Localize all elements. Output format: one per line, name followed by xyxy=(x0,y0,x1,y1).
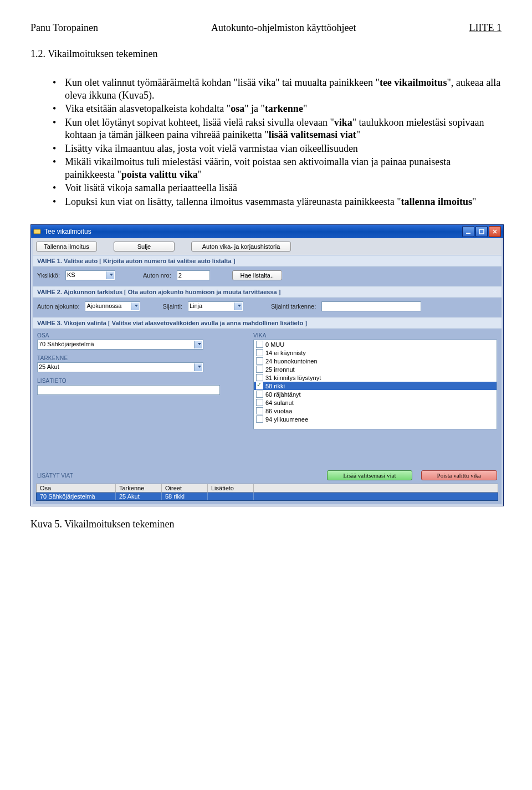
close-button[interactable] xyxy=(489,226,501,237)
checkbox-icon[interactable] xyxy=(256,341,263,348)
vika-list-item[interactable]: 58 rikki xyxy=(254,382,497,390)
vika-list-item[interactable]: 64 sulanut xyxy=(254,398,497,407)
checkbox-icon[interactable] xyxy=(256,407,263,414)
chevron-down-icon xyxy=(135,305,138,307)
svg-rect-1 xyxy=(466,233,470,234)
vika-list-item[interactable]: 86 vuotaa xyxy=(254,407,497,415)
tarkenne-head: TARKENNE xyxy=(37,355,220,361)
checkbox-icon[interactable] xyxy=(256,391,263,398)
window-title: Tee vikailmoitus xyxy=(44,228,91,235)
sijainti-tarkenne-label: Sijainti tarkenne: xyxy=(271,303,316,310)
page-header: Panu Toropainen Autokunto-ohjelmiston kä… xyxy=(30,22,502,34)
grid-row[interactable]: 70 Sähköjärjestelmä 25 Akut 58 rikki xyxy=(36,493,498,501)
hae-listalta-button[interactable]: Hae listalta.. xyxy=(232,270,282,280)
stage3-body: OSA 70 Sähköjärjestelmä TARKENNE 25 Akut… xyxy=(33,329,502,429)
save-button[interactable]: Tallenna ilmoitus xyxy=(36,242,97,252)
footer-buttons: LISÄTYT VIAT Lisää valitsemasi viat Pois… xyxy=(33,468,502,483)
ajokunto-label: Auton ajokunto: xyxy=(37,303,79,310)
vika-list-item[interactable]: 0 MUU xyxy=(254,340,497,348)
header-center: Autokunto-ohjelmiston käyttöohjeet xyxy=(211,22,356,34)
titlebar[interactable]: Tee vikailmoitus xyxy=(31,225,503,238)
grid-header: Osa Tarkenne Oireet Lisätieto xyxy=(36,484,498,493)
vika-item-label: 24 huonokuntoinen xyxy=(265,358,318,365)
sijainti-label: Sijainti: xyxy=(162,303,182,310)
chevron-down-icon xyxy=(110,274,113,276)
cell-tarkenne: 25 Akut xyxy=(116,493,162,500)
vika-item-label: 0 MUU xyxy=(265,341,284,348)
vika-listbox[interactable]: 0 MUU14 ei käynnisty24 huonokuntoinen25 … xyxy=(253,340,497,429)
history-button[interactable]: Auton vika- ja korjaushistoria xyxy=(191,242,291,252)
vika-item-label: 31 kiinnitys löystynyt xyxy=(265,375,321,381)
lisatyt-viat-label: LISÄTYT VIAT xyxy=(37,473,73,479)
col-oireet[interactable]: Oireet xyxy=(162,484,208,492)
ajokunto-select[interactable]: Ajokunnossa xyxy=(85,301,140,311)
cell-lisatieto xyxy=(208,493,254,500)
svg-rect-0 xyxy=(34,229,40,234)
vika-list-item[interactable]: 25 irronnut xyxy=(254,365,497,373)
vika-item-label: 14 ei käynnisty xyxy=(265,350,306,356)
bullet-7: Lopuksi kun viat on lisätty, tallenna il… xyxy=(53,196,502,208)
bullet-4: Lisätty vika ilmaantuu alas, josta voit … xyxy=(53,142,502,155)
chevron-down-icon xyxy=(238,305,241,307)
chevron-down-icon xyxy=(198,366,201,368)
vika-list-item[interactable]: 14 ei käynnisty xyxy=(254,348,497,357)
sijainti-select[interactable]: Linja xyxy=(188,301,243,311)
checkbox-icon[interactable] xyxy=(256,349,263,356)
auton-nro-label: Auton nro: xyxy=(143,272,171,279)
chevron-down-icon xyxy=(198,343,201,345)
app-icon xyxy=(33,228,41,235)
bullet-5: Mikäli vikailmoitus tuli mielestäsi väär… xyxy=(53,156,502,181)
added-faults-grid: Osa Tarkenne Oireet Lisätieto 70 Sähköjä… xyxy=(36,484,498,501)
col-lisatieto[interactable]: Lisätieto xyxy=(208,484,254,492)
osa-select[interactable]: 70 Sähköjärjestelmä xyxy=(37,340,203,350)
toolbar: Tallenna ilmoitus Sulje Auton vika- ja k… xyxy=(33,238,502,255)
vika-item-label: 25 irronnut xyxy=(265,366,295,373)
checkbox-icon[interactable] xyxy=(256,366,263,373)
app-window: Tee vikailmoitus Tallenna ilmoitus Sulje… xyxy=(30,224,504,506)
tarkenne-select[interactable]: 25 Akut xyxy=(37,362,203,372)
vika-item-label: 64 sulanut xyxy=(265,399,294,406)
yksikko-select[interactable]: KS xyxy=(65,270,115,280)
maximize-button[interactable] xyxy=(475,226,488,237)
lisatieto-input[interactable] xyxy=(37,385,220,395)
bullet-3: Kun olet löytänyt sopivat kohteet, lisää… xyxy=(53,116,502,141)
vika-list-item[interactable]: 60 räjähtänyt xyxy=(254,390,497,398)
col-osa[interactable]: Osa xyxy=(37,484,116,492)
checkbox-icon[interactable] xyxy=(256,415,263,423)
vika-list-item[interactable]: 94 ylikuumenee xyxy=(254,415,497,423)
vika-item-label: 86 vuotaa xyxy=(265,408,292,414)
vika-head: VIKA xyxy=(253,332,497,338)
vika-list-item[interactable]: 31 kiinnitys löystynyt xyxy=(254,373,497,382)
add-fault-button[interactable]: Lisää valitsemasi viat xyxy=(327,470,412,480)
stage1-body: Yksikkö: KS Auton nro: Hae listalta.. xyxy=(33,267,502,286)
vika-item-label: 60 räjähtänyt xyxy=(265,391,301,398)
stage3-header: VAIHE 3. Vikojen valinta [ Valitse viat … xyxy=(33,317,502,329)
sijainti-tarkenne-input[interactable] xyxy=(321,301,421,311)
svg-rect-2 xyxy=(479,229,484,234)
instruction-list: Kun olet valinnut työmääräimeltä kohdan … xyxy=(53,76,502,208)
checkbox-icon[interactable] xyxy=(256,357,263,365)
minimize-button[interactable] xyxy=(462,226,474,237)
cell-osa: 70 Sähköjärjestelmä xyxy=(37,493,116,500)
vika-list-item[interactable]: 24 huonokuntoinen xyxy=(254,357,497,365)
remove-fault-button[interactable]: Poista valittu vika xyxy=(421,470,497,480)
figure-caption: Kuva 5. Vikailmoituksen tekeminen xyxy=(30,519,502,530)
cell-oireet: 58 rikki xyxy=(162,493,208,500)
checkbox-icon[interactable] xyxy=(256,374,263,381)
stage2-header: VAIHE 2. Ajokunnon tarkistus [ Ota auton… xyxy=(33,286,502,298)
header-left: Panu Toropainen xyxy=(30,22,98,34)
header-right: LIITE 1 xyxy=(469,22,502,34)
vika-item-label: 94 ylikuumenee xyxy=(265,416,308,423)
yksikko-label: Yksikkö: xyxy=(37,272,60,279)
checkbox-icon[interactable] xyxy=(256,382,263,389)
bullet-6: Voit lisätä vikoja samalla periaatteella… xyxy=(53,182,502,194)
checkbox-icon[interactable] xyxy=(256,399,263,406)
bullet-1: Kun olet valinnut työmääräimeltä kohdan … xyxy=(53,76,502,101)
close-form-button[interactable]: Sulje xyxy=(114,242,175,252)
col-tarkenne[interactable]: Tarkenne xyxy=(116,484,162,492)
bullet-2: Vika etsitään alasvetopalkeista kohdalta… xyxy=(53,102,502,115)
auton-nro-input[interactable] xyxy=(177,270,210,280)
stage1-header: VAIHE 1. Valitse auto [ Kirjoita auton n… xyxy=(33,255,502,267)
lisatieto-head: LISÄTIETO xyxy=(37,378,220,384)
osa-head: OSA xyxy=(37,332,220,338)
